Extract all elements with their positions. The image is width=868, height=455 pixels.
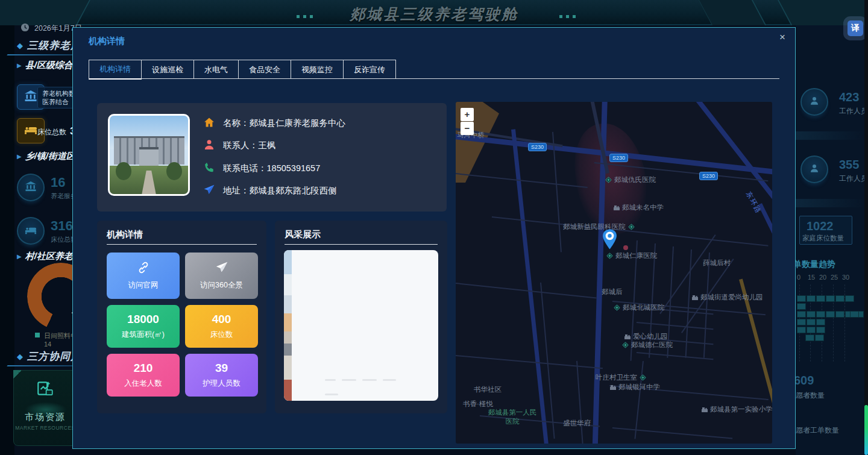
tab-4[interactable]: 食品安全 (238, 60, 291, 79)
map-pin-icon (602, 228, 618, 253)
chart-bar-cell (815, 334, 824, 341)
market-resources-icon (36, 379, 55, 401)
map-poi-label: 叶庄村卫生室 (596, 373, 646, 382)
link-icon (137, 261, 150, 277)
slide-text-line (362, 379, 377, 381)
map-zoom-in-button[interactable]: + (461, 108, 474, 121)
tab-6[interactable]: 反诈宣传 (343, 60, 396, 79)
plane-icon (215, 261, 228, 277)
chart-bar-cell (807, 327, 816, 333)
visit-360-panorama-button[interactable]: 访问360全景 (185, 253, 258, 299)
slide-text-line (325, 394, 338, 395)
icon-glow (25, 402, 67, 418)
map-hospital-icon (622, 342, 629, 348)
bed-icon (25, 225, 37, 237)
map-poi-label: 郯城德仁医院 (622, 340, 673, 350)
map-road-line (456, 355, 603, 369)
arrow-icon: ▶ (17, 62, 22, 69)
market-resources-card[interactable]: 市场资源 MARKET RESOURCES (13, 370, 77, 446)
phone-icon (203, 162, 215, 175)
tab-5[interactable]: 视频监控 (291, 60, 344, 79)
chart-bar-cell (797, 319, 806, 325)
map-poi-label: 郯城仇氏医院 (605, 175, 656, 184)
detail-panel-title: 机构详情 (107, 229, 143, 240)
tab-bar: 机构详情设施巡检水电气食品安全视频监控反诈宣传 (89, 60, 779, 79)
map-road-line (692, 102, 772, 206)
map-hospital-icon (605, 177, 612, 183)
family-beds-count: 1022 (807, 219, 834, 233)
person-icon (809, 95, 820, 108)
family-beds-label: 家庭床位数量 (802, 234, 844, 243)
map-road-line (703, 253, 710, 358)
institution-photo (108, 114, 190, 196)
chart-bar-cell (816, 319, 825, 325)
detail-panel: 机构详情 访问官网访问360全景18000建筑面积(㎡)400床位数210入住老… (97, 221, 266, 413)
map-poi-label: 郯城未名中学 (614, 203, 664, 212)
map-poi-label: 爱心幼儿园 (624, 332, 668, 341)
translate-button[interactable]: 译 (848, 20, 863, 36)
chart-bar-cell (807, 295, 816, 302)
tab-2[interactable]: 设施巡检 (141, 60, 194, 79)
staff2-label: 工作人员 (839, 174, 868, 184)
road-badge: S230 (609, 154, 628, 162)
paper-plane-icon (203, 184, 215, 198)
tab-1[interactable]: 机构详情 (89, 60, 142, 80)
map-poi-label: 书香·槿悦 (463, 400, 493, 409)
slide-text-line (325, 379, 336, 381)
map-school-icon (624, 334, 631, 339)
header-decor-left (0, 0, 90, 25)
chart-axis-tick: 15 (808, 274, 815, 281)
chart-axis-tick: 30 (842, 274, 849, 281)
visit-website-button[interactable]: 访问官网 (107, 253, 180, 299)
header-dots-left (297, 15, 313, 18)
legend-swatch (35, 333, 40, 337)
map-poi-label: 郯城仁康医院 (606, 251, 657, 260)
chart-bar-cell (845, 295, 854, 302)
map[interactable]: + − S230S230S230马河中桥郯城仇氏医院郯城未名中学郯城新益民眼科医… (456, 102, 772, 444)
map-road-line (612, 427, 732, 439)
map-hospital-icon (614, 304, 620, 311)
chart-bar-cell (835, 295, 844, 302)
map-road-line (637, 322, 714, 330)
panel-divider (107, 244, 257, 245)
chart-bar-cell (835, 311, 844, 318)
chart-bar-cell (850, 311, 859, 318)
map-poi-label: 郯城县第一人民医院 (487, 408, 538, 426)
close-icon[interactable]: × (779, 31, 785, 43)
home-icon (203, 116, 215, 130)
map-poi-label: 薛城后村 (703, 259, 731, 268)
map-poi-label: 郯城新益民眼科医院 (563, 222, 635, 231)
info-row-contact: 联系人：王枫 (203, 139, 345, 153)
arrow-icon: ▶ (17, 153, 22, 160)
chart-bar-cell (816, 311, 825, 318)
tab-3[interactable]: 水电气 (193, 60, 239, 79)
map-zoom-out-button[interactable]: − (461, 122, 474, 135)
map-poi-label: 郯城街道爱尚幼儿园 (692, 293, 763, 302)
map-hospital-icon (628, 224, 635, 230)
map-zoom-controls: + − (461, 108, 474, 135)
map-school-icon (692, 295, 698, 300)
service-center-icon-circle (17, 174, 45, 201)
map-road-line (456, 283, 597, 299)
map-road-line (576, 361, 583, 444)
slide-text-line (342, 379, 356, 381)
dashboard-page: 郯城县三级养老驾驶舱 2026年1月7日 ◆ 三级养老服务 ▶ 县/区级综合养老… (0, 0, 868, 455)
diamond-icon: ◆ (17, 41, 24, 50)
page-scrollbar[interactable] (864, 0, 868, 455)
bed-count-stat: 400床位数 (185, 305, 258, 348)
chart-bar-cell (826, 311, 835, 318)
divider-band (796, 199, 864, 207)
staff1-icon-circle (800, 88, 828, 116)
gallery-carousel[interactable] (284, 250, 438, 401)
chart-bar-cell (797, 295, 806, 302)
map-poi-label: 盛世华府 (563, 419, 591, 428)
map-poi-dot (623, 245, 628, 250)
road-badge: S230 (528, 143, 547, 151)
beds-icon-circle (17, 217, 45, 245)
chart-bar-cell (797, 303, 806, 310)
bed-icon (24, 125, 37, 137)
map-road-line (739, 278, 772, 444)
info-row-address: 地址：郯城县郯东路北段西侧 (203, 184, 345, 198)
scrollbar-thumb[interactable] (864, 405, 868, 455)
map-poi-label: 书华社区 (474, 385, 502, 394)
